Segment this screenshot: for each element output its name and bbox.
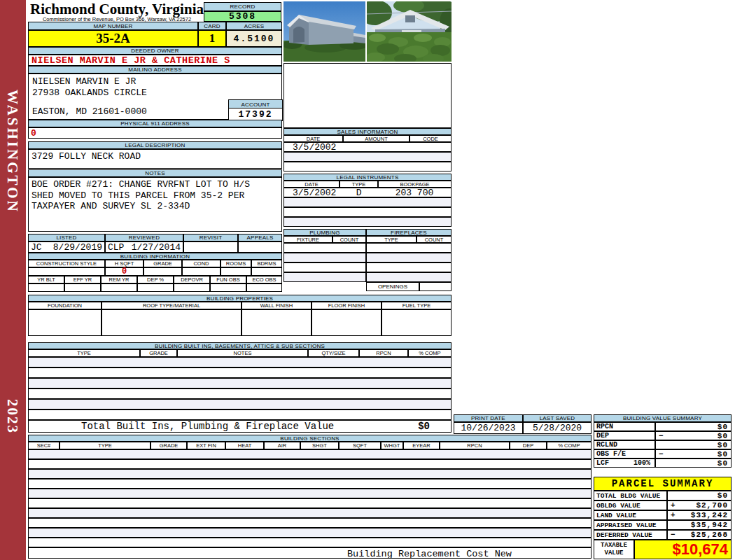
sec-whgt-header: WHGT	[381, 442, 403, 449]
foundation-header: FOUNDATION	[28, 302, 102, 309]
sec-air-header: AIR	[264, 442, 300, 449]
grade-header: GRADE	[144, 260, 182, 267]
ps-appraised-value: $35,942	[667, 520, 732, 530]
bdrms-header: BDRMS	[251, 260, 282, 267]
ps-appraised-label: APPRAISED VALUE	[594, 520, 667, 530]
reviewed-by: CLP	[108, 242, 124, 253]
sales-date-header: DATE	[284, 135, 343, 142]
building-value-summary-title: BUILDING VALUE SUMMARY	[594, 414, 732, 422]
bvs-obs-value: − $0	[655, 449, 732, 458]
bvs-lcf-value: $0	[655, 458, 732, 468]
card-value: 1	[198, 30, 226, 47]
print-date-label: PRINT DATE	[454, 414, 523, 422]
sec-dep-header: DEP	[510, 442, 547, 449]
floor-finish-header: FLOOR FINISH	[312, 302, 382, 309]
builtins-comp-header: % COMP	[408, 349, 451, 357]
photo-placeholder-box	[284, 63, 451, 128]
listed-date: 8/29/2019	[53, 242, 102, 253]
grade-value	[144, 267, 182, 276]
roof-header: ROOF TYPE/MATERIAL	[102, 302, 241, 309]
sales-amount-header: AMOUNT	[343, 135, 410, 142]
rooms-header: ROOMS	[220, 260, 251, 267]
sec-type-header: TYPE	[59, 442, 150, 449]
bvs-rclnd-value: $0	[655, 440, 732, 449]
sales-row-1-amount	[343, 143, 409, 151]
taxable-value: $10,674	[634, 540, 732, 559]
construction-style-header: CONSTRUCTION STYLE	[28, 260, 105, 267]
map-number-label: MAP NUMBER	[28, 22, 198, 30]
notes-line-2: SHED MOVED TO THIS PARCEL FROM 35-2 PER	[31, 190, 279, 202]
listed-by: JC	[31, 242, 42, 253]
builtins-notes-header: NOTES	[177, 349, 308, 357]
instrument-date-header: DATE	[284, 181, 340, 188]
appeals-label: APPEALS	[238, 234, 282, 241]
bvs-dep-label: DEP	[594, 431, 655, 440]
sales-row-1: 3/5/2002	[284, 142, 451, 152]
appeals-value	[238, 241, 282, 253]
sales-row-2	[284, 152, 451, 162]
replacement-cost-label: Building Replacement Cost New	[347, 549, 512, 559]
last-saved-label: LAST SAVED	[523, 414, 592, 422]
card-label: CARD	[198, 22, 226, 30]
bdrms-value	[251, 267, 282, 276]
remyr-header: REM YR	[101, 276, 137, 284]
building-sections-footer: Building Replacement Cost New	[28, 547, 592, 559]
record-label: RECORD	[204, 2, 281, 11]
hsqft-value: 0	[105, 267, 144, 276]
bvs-rclnd-label: RCLND	[594, 440, 655, 449]
mailing-line-1: NIELSEN MARVIN E JR	[32, 76, 136, 87]
effyr-header: EFF YR	[64, 276, 101, 284]
reviewed-value: CLP 1/27/2014	[105, 241, 183, 253]
fireplace-type-header: TYPE	[366, 236, 416, 243]
district-label: WASHINGTON	[4, 90, 21, 214]
listed-label: LISTED	[28, 234, 105, 241]
acres-label: ACRES	[226, 22, 282, 30]
revisit-label: REVISIT	[183, 234, 238, 241]
sales-code-header: CODE	[410, 135, 451, 142]
sec-comp-header: % COMP	[547, 442, 592, 449]
builtins-total-label: Total Built Ins, Plumbing & Fireplace Va…	[29, 421, 334, 432]
bvs-lcf-label: LCF 100%	[594, 458, 655, 468]
acres-value: 4.5100	[226, 30, 282, 47]
parcel-summary-title: PARCEL SUMMARY	[594, 477, 732, 491]
sec-extfin-header: EXT FIN	[187, 442, 225, 449]
notes-label: NOTES	[28, 169, 282, 177]
bvs-obs-label: OBS F/E	[594, 449, 655, 458]
builtins-total-row: Total Built Ins, Plumbing & Fireplace Va…	[28, 420, 451, 433]
ps-land-label: LAND VALUE	[594, 510, 667, 520]
sec-shgt-header: SHGT	[300, 442, 339, 449]
builtins-qty-header: QTY/SIZE	[308, 349, 359, 357]
mailing-address-label: MAILING ADDRESS	[28, 66, 282, 74]
openings-value	[419, 282, 451, 291]
taxable-value-label: TAXABLE VALUE	[594, 540, 634, 559]
built-ins-title: BUILDING BUILT INS, BASEMENTS, ATTICS & …	[28, 342, 451, 349]
instrument-row-3	[284, 207, 451, 217]
print-date-value: 10/26/2023	[454, 422, 523, 434]
plumbing-title: PLUMBING	[284, 229, 366, 236]
construction-style-value	[28, 267, 105, 276]
county-title: Richmond County, Virginia	[29, 1, 204, 18]
mailing-line-3: EASTON, MD 21601-0000	[32, 106, 147, 117]
notes-box: BOE ORDER #271: CHANGE RVRFNT LOT TO H/S…	[28, 177, 282, 232]
instrument-row-4	[284, 217, 451, 227]
cond-header: COND	[182, 260, 220, 267]
legal-description-label: LEGAL DESCRIPTION	[28, 141, 282, 149]
instrument-type-header: TYPE	[340, 181, 378, 188]
legal-description-value: 3729 FOLLY NECK ROAD	[28, 149, 282, 169]
building-information-title: BUILDING INFORMATION	[28, 253, 282, 260]
dep-pct-header: DEP %	[137, 276, 174, 284]
bvs-dep-value: − $0	[655, 431, 732, 440]
property-photo-barn	[284, 1, 365, 62]
tax-year-label: 2023	[4, 399, 21, 434]
notes-line-1: BOE ORDER #271: CHANGE RVRFNT LOT TO H/S	[31, 179, 279, 190]
sales-row-1-date: 3/5/2002	[284, 143, 343, 151]
building-sections-title: BUILDING SECTIONS	[28, 435, 592, 442]
fireplace-count-header: COUNT	[416, 236, 451, 243]
instrument-bookpage-header: BOOKPAGE	[378, 181, 451, 188]
cond-value	[182, 267, 220, 276]
sales-information-title: SALES INFORMATION	[284, 128, 451, 135]
fireplaces-title: FIREPLACES	[366, 229, 451, 236]
property-photo-cornfield	[367, 1, 451, 62]
ps-totalbldg-value: $0	[667, 491, 732, 500]
ps-land-value: + $33,242	[667, 510, 732, 520]
